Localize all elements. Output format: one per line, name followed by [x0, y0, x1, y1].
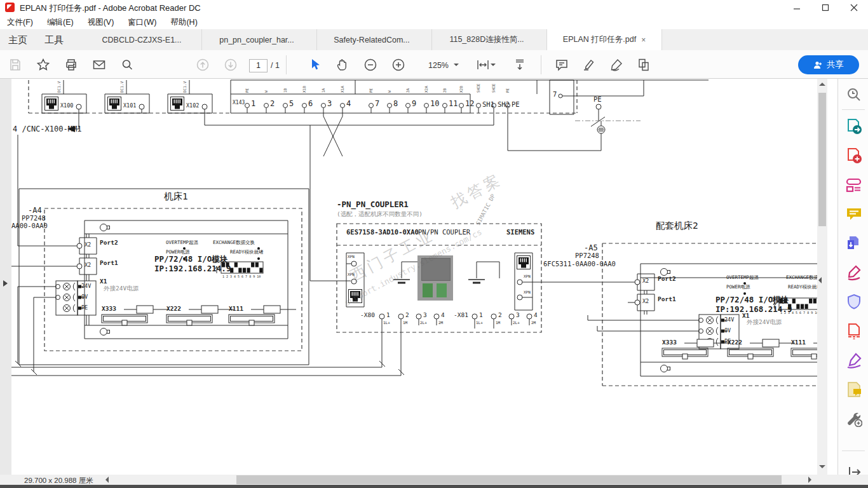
schematic-label: W	[388, 90, 391, 93]
zoom-in-icon[interactable]	[391, 57, 406, 72]
more-tools-icon[interactable]	[846, 410, 862, 427]
schematic-label: X111	[229, 306, 243, 312]
comment-tool-icon[interactable]	[554, 57, 569, 72]
export-pdf-icon[interactable]	[846, 118, 862, 135]
schematic-label: SHIE	[492, 84, 496, 93]
protect-pdf-icon[interactable]	[846, 294, 862, 310]
nav-pane-expand-icon[interactable]	[3, 280, 11, 287]
schematic-label: 1M	[496, 321, 500, 325]
comment-icon[interactable]	[846, 206, 862, 222]
menu-item[interactable]: 编辑(E)	[40, 17, 81, 28]
horizontal-scrollbar-thumb[interactable]	[236, 475, 782, 484]
document-tab[interactable]: CDBCLD-CZJXS-E1...	[87, 29, 202, 50]
certificates-icon[interactable]	[846, 352, 862, 369]
schematic-label: X222	[728, 339, 742, 346]
scroll-right-icon[interactable]	[808, 477, 811, 483]
fill-sign-tool-icon[interactable]	[609, 57, 624, 72]
next-page-icon[interactable]	[223, 57, 238, 72]
fill-sign-icon[interactable]	[846, 264, 862, 281]
combine-files-icon[interactable]	[846, 235, 862, 252]
schematic-label: 7	[375, 100, 379, 107]
vertical-scrollbar[interactable]	[817, 79, 827, 475]
schematic-label: 1	[251, 100, 255, 107]
schematic-label: PE	[245, 88, 249, 93]
schematic-label: 6ES7158-3AD10-0XA0	[346, 229, 419, 236]
schematic-label: 3	[423, 312, 427, 318]
home-link[interactable]: 主页	[8, 29, 27, 50]
schematic-label: SHIE	[477, 84, 480, 93]
schematic-label: Port1	[658, 296, 676, 302]
send-for-comments-icon[interactable]	[846, 381, 862, 398]
highlight-tool-icon[interactable]	[581, 57, 597, 72]
find-tool-icon[interactable]	[846, 86, 862, 103]
print-icon[interactable]	[64, 57, 79, 72]
cnc-reference-label: 4 /CNC-X100-MM1	[13, 125, 81, 133]
panel-divider	[842, 109, 865, 110]
tools-link[interactable]: 工具	[44, 29, 64, 50]
collapse-panel-icon[interactable]	[818, 277, 822, 283]
edit-pdf-icon[interactable]	[846, 177, 862, 193]
close-button[interactable]	[839, 0, 868, 15]
schematic-label: DC1.V	[183, 81, 187, 93]
document-tab[interactable]: pn_pn_coupler_har...	[202, 29, 317, 50]
zoom-level-dropdown[interactable]: 125%	[414, 61, 449, 70]
zoom-caret-icon[interactable]	[454, 64, 459, 69]
convert-tool-icon[interactable]	[636, 57, 651, 72]
tab-close-icon[interactable]: ×	[641, 36, 646, 44]
save-icon[interactable]	[8, 57, 23, 72]
window-title: EPLAN 打印任务.pdf - Adobe Acrobat Reader DC	[20, 3, 201, 14]
document-tab[interactable]: EPLAN 打印任务.pdf ×	[547, 29, 662, 51]
document-tab[interactable]: 115_828D连接性简...	[432, 29, 547, 50]
panel-divider	[842, 451, 865, 451]
tools-panel	[837, 79, 868, 488]
vertical-scrollbar-thumb[interactable]	[818, 93, 826, 226]
watermark: 找答案	[449, 171, 505, 210]
scroll-left-icon[interactable]	[105, 477, 109, 483]
email-icon[interactable]	[92, 57, 107, 72]
create-pdf-icon[interactable]	[846, 147, 862, 164]
menu-item[interactable]: 帮助(H)	[163, 17, 204, 28]
schematic-label: OVERTEMP超温	[726, 275, 759, 280]
fit-width-icon[interactable]	[475, 57, 491, 72]
scroll-mode-icon[interactable]	[512, 57, 527, 72]
scroll-up-icon[interactable]	[819, 83, 825, 86]
schematic-label: IP:192.168.214.9	[154, 265, 231, 273]
fit-caret-icon[interactable]	[491, 64, 496, 69]
hand-tool-icon[interactable]	[335, 57, 350, 72]
schematic-label: -A4	[28, 207, 42, 214]
search-icon[interactable]	[119, 57, 135, 72]
maximize-button[interactable]	[811, 0, 839, 15]
page-count-label: / 1	[271, 61, 280, 70]
compress-pdf-icon[interactable]	[846, 323, 862, 339]
minimize-button[interactable]	[782, 0, 811, 15]
window-bottom-edge	[0, 485, 868, 488]
schematic-label: PE	[593, 96, 602, 103]
schematic-label: 24V	[81, 283, 91, 289]
star-icon[interactable]	[36, 57, 51, 72]
select-tool-icon[interactable]	[307, 57, 322, 72]
previous-page-icon[interactable]	[195, 57, 210, 72]
schematic-label: 1 2 3 4 5 6 7 8 9 10	[780, 311, 817, 315]
schematic-label: 1M	[403, 321, 407, 325]
page-number-input[interactable]: 1	[249, 59, 268, 72]
menu-item[interactable]: 视图(V)	[81, 17, 121, 28]
scroll-down-icon[interactable]	[819, 465, 825, 468]
schematic-label: EXCHANGE数据交换	[213, 240, 255, 245]
machine1-title: 机床1	[164, 192, 188, 201]
schematic-label: 7	[553, 91, 557, 98]
tabbar: 主页 工具 CDBCLD-CZJXS-E1... pn_pn_coupler_h…	[0, 29, 868, 51]
acrobat-window: EPLAN 打印任务.pdf - Adobe Acrobat Reader DC…	[0, 0, 868, 488]
toolbar-divider	[286, 55, 287, 74]
schematic-label: 24V	[724, 317, 734, 323]
schematic-label: 2M	[531, 321, 536, 325]
share-button[interactable]: 共享	[798, 55, 859, 74]
schematic-label: XPN	[524, 290, 531, 294]
horizontal-scrollbar[interactable]: 29.700 x 20.988 厘米	[0, 475, 868, 485]
page-canvas[interactable]: DC1.VDC1.VDC1.VX100X101X102X143PEW1BX1B1…	[11, 79, 817, 475]
menu-item[interactable]: 文件(F)	[0, 17, 40, 28]
schematic-label: 3	[516, 312, 520, 318]
zoom-out-icon[interactable]	[363, 57, 378, 72]
schematic-label: 5	[289, 100, 294, 107]
document-tab[interactable]: Safety-RelatedCom...	[317, 29, 432, 50]
menu-item[interactable]: 窗口(W)	[121, 17, 163, 28]
